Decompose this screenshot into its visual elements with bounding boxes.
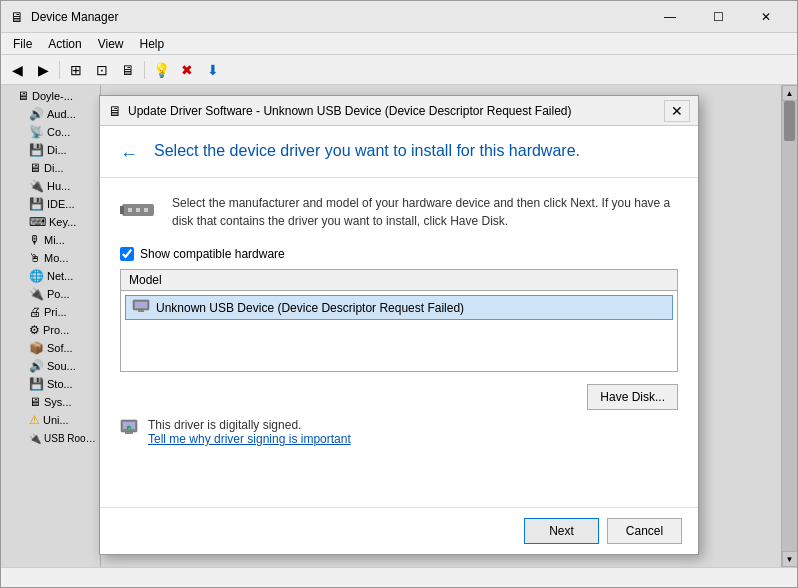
dialog-title-icon: 🖥 xyxy=(108,103,122,119)
have-disk-button[interactable]: Have Disk... xyxy=(587,384,678,410)
model-item-label: Unknown USB Device (Device Descriptor Re… xyxy=(156,301,464,315)
signing-link[interactable]: Tell me why driver signing is important xyxy=(148,432,678,446)
dialog-content: Select the manufacturer and model of you… xyxy=(100,178,698,507)
toolbar-update[interactable]: 💡 xyxy=(149,59,173,81)
toolbar-uninstall[interactable]: ✖ xyxy=(175,59,199,81)
menu-file[interactable]: File xyxy=(5,35,40,53)
modal-overlay: 🖥 Update Driver Software - Unknown USB D… xyxy=(1,85,797,567)
svg-rect-10 xyxy=(125,432,133,434)
svg-rect-3 xyxy=(144,208,148,212)
model-list-header: Model xyxy=(121,270,677,291)
toolbar-sep1 xyxy=(59,61,60,79)
menu-action[interactable]: Action xyxy=(40,35,89,53)
compatible-hardware-checkbox[interactable] xyxy=(120,247,134,261)
model-item-icon xyxy=(132,299,150,316)
dialog-title-text: Update Driver Software - Unknown USB Dev… xyxy=(128,104,664,118)
toolbar-sep2 xyxy=(144,61,145,79)
menu-help[interactable]: Help xyxy=(132,35,173,53)
dialog-close-button[interactable]: ✕ xyxy=(664,100,690,122)
have-disk-area: Have Disk... xyxy=(120,384,678,410)
toolbar-back[interactable]: ◀ xyxy=(5,59,29,81)
svg-rect-2 xyxy=(136,208,140,212)
dialog-footer: Next Cancel xyxy=(100,507,698,554)
toolbar-device[interactable]: 🖥 xyxy=(116,59,140,81)
toolbar-download[interactable]: ⬇ xyxy=(201,59,225,81)
toolbar-properties[interactable]: ⊞ xyxy=(64,59,88,81)
dialog-title-bar: 🖥 Update Driver Software - Unknown USB D… xyxy=(100,96,698,126)
model-list-body[interactable]: Unknown USB Device (Device Descriptor Re… xyxy=(121,291,677,371)
svg-rect-7 xyxy=(138,310,144,312)
update-driver-dialog: 🖥 Update Driver Software - Unknown USB D… xyxy=(99,95,699,555)
next-button[interactable]: Next xyxy=(524,518,599,544)
signing-text-block: This driver is digitally signed. Tell me… xyxy=(148,418,678,446)
instruction-text: Select the manufacturer and model of you… xyxy=(172,194,678,230)
model-list-item[interactable]: Unknown USB Device (Device Descriptor Re… xyxy=(125,295,673,320)
toolbar-forward[interactable]: ▶ xyxy=(31,59,55,81)
svg-text:✓: ✓ xyxy=(128,426,131,431)
minimize-button[interactable]: — xyxy=(647,2,693,32)
signing-icon: ✓ xyxy=(120,419,138,441)
usb-icon xyxy=(120,196,156,231)
checkbox-row: Show compatible hardware xyxy=(120,247,678,261)
model-list: Model xyxy=(120,269,678,372)
instruction-row: Select the manufacturer and model of you… xyxy=(120,194,678,231)
status-bar xyxy=(1,567,797,587)
cancel-button[interactable]: Cancel xyxy=(607,518,682,544)
svg-rect-4 xyxy=(120,206,124,214)
window-title: Device Manager xyxy=(31,10,647,24)
dialog-back-button[interactable]: ← xyxy=(120,144,138,165)
window-controls: — ☐ ✕ xyxy=(647,2,789,32)
compatible-hardware-label: Show compatible hardware xyxy=(140,247,285,261)
dialog-body: ← Select the device driver you want to i… xyxy=(100,126,698,554)
menu-bar: File Action View Help xyxy=(1,33,797,55)
maximize-button[interactable]: ☐ xyxy=(695,2,741,32)
title-bar: 🖥 Device Manager — ☐ ✕ xyxy=(1,1,797,33)
app-icon: 🖥 xyxy=(9,9,25,25)
dialog-header: ← Select the device driver you want to i… xyxy=(100,126,698,178)
content-area: 🖥 Doyle-... 🔊 Aud... 📡 Co... 💾 Di... xyxy=(1,85,797,567)
toolbar: ◀ ▶ ⊞ ⊡ 🖥 💡 ✖ ⬇ xyxy=(1,55,797,85)
main-window: 🖥 Device Manager — ☐ ✕ File Action View … xyxy=(0,0,798,588)
menu-view[interactable]: View xyxy=(90,35,132,53)
dialog-heading: Select the device driver you want to ins… xyxy=(154,142,580,160)
signing-text: This driver is digitally signed. xyxy=(148,418,678,432)
signing-row: ✓ This driver is digitally signed. Tell … xyxy=(120,418,678,446)
toolbar-scan[interactable]: ⊡ xyxy=(90,59,114,81)
svg-rect-6 xyxy=(135,302,147,308)
window-close-button[interactable]: ✕ xyxy=(743,2,789,32)
svg-rect-1 xyxy=(128,208,132,212)
